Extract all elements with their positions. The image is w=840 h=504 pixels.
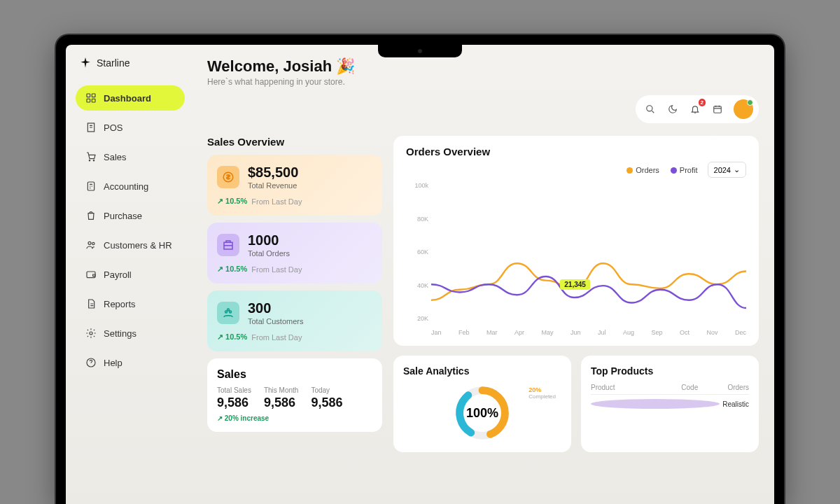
svg-point-19: [227, 309, 230, 311]
calendar-icon: [712, 104, 723, 115]
sales-card: Sales Total Sales9,586This Month9,586Tod…: [207, 358, 382, 432]
main: Welcome, Josiah 🎉 Here`s what happening …: [192, 45, 774, 504]
brand-star-icon: [80, 57, 91, 69]
donut-side-label: 20%Completed: [528, 386, 556, 400]
product-table-header: Product Code Orders: [591, 384, 749, 395]
sidebar-item-reports[interactable]: Reports: [76, 291, 185, 316]
top-products-title: Top Products: [591, 365, 749, 377]
stat-label: Total Revenue: [248, 181, 298, 190]
sales-col: Today9,586: [311, 386, 342, 410]
brand: Starline: [76, 57, 185, 69]
help-icon: [85, 357, 97, 368]
sidebar-item-label: Reports: [104, 299, 136, 309]
calendar-button[interactable]: [708, 100, 727, 118]
sidebar-item-payroll[interactable]: Payroll: [76, 262, 185, 287]
calc-icon: [85, 181, 97, 192]
svg-point-5: [89, 160, 90, 161]
svg-point-17: [225, 311, 227, 313]
svg-point-6: [93, 160, 94, 161]
top-products-card: Top Products Product Code Orders Realist…: [581, 356, 759, 452]
sidebar: Starline DashboardPOSSalesAccountingPurc…: [66, 45, 192, 504]
notifications-button[interactable]: 2: [686, 100, 704, 118]
chevron-down-icon: ⌄: [734, 165, 740, 174]
cart-icon: [85, 151, 97, 162]
sidebar-item-label: Customers & HR: [104, 240, 172, 251]
chart-x-axis: JanFebMarAprMayJunJulAugSepOctNovDec: [431, 329, 746, 336]
svg-rect-2: [87, 99, 90, 102]
svg-rect-14: [714, 106, 722, 113]
orders-line-chart: [431, 182, 746, 314]
sales-col: This Month9,586: [264, 386, 298, 410]
users-icon: [85, 239, 97, 251]
donut-center-label: 100%: [466, 406, 498, 421]
chart-legend: Orders Profit: [626, 166, 697, 174]
stat-card-total-revenue: $85,500Total Revenue↗ 10.5%From Last Day: [207, 155, 382, 216]
stat-value: 300: [248, 300, 303, 316]
stat-label: Total Customers: [248, 317, 303, 326]
gear-icon: [85, 328, 97, 339]
stat-card-total-customers: 300Total Customers↗ 10.5%From Last Day: [207, 290, 382, 351]
stat-label: Total Orders: [248, 249, 290, 258]
doc-icon: [85, 298, 97, 309]
sale-analytics-title: Sale Analytics: [403, 365, 561, 377]
sales-col: Total Sales9,586: [217, 386, 251, 410]
receipt-icon: [85, 122, 97, 133]
theme-toggle[interactable]: [664, 100, 682, 118]
svg-rect-7: [88, 182, 94, 190]
sidebar-item-pos[interactable]: POS: [76, 115, 185, 140]
svg-rect-1: [92, 94, 95, 97]
moon-icon: [667, 104, 678, 115]
header-toolbar: 2: [636, 95, 759, 123]
sales-overview-title: Sales Overview: [207, 136, 382, 148]
stat-icon: [217, 234, 239, 256]
sidebar-item-label: POS: [104, 122, 122, 133]
sidebar-item-label: Dashboard: [104, 93, 151, 104]
brand-name: Starline: [97, 57, 130, 69]
svg-point-11: [90, 332, 92, 335]
sidebar-item-label: Accounting: [104, 181, 148, 192]
stat-value: 1000: [248, 232, 290, 248]
stat-icon: [217, 302, 239, 324]
grid-icon: [85, 92, 97, 104]
search-icon: [645, 104, 656, 115]
sidebar-item-settings[interactable]: Settings: [76, 321, 185, 346]
avatar[interactable]: [734, 99, 753, 119]
sidebar-item-label: Help: [104, 358, 122, 368]
sidebar-item-accounting[interactable]: Accounting: [76, 174, 185, 199]
sidebar-item-purchase[interactable]: Purchase: [76, 203, 185, 228]
bag-icon: [85, 210, 97, 221]
orders-chart-card: Orders Overview Orders Profit 2024⌄ 100k…: [393, 136, 759, 346]
stat-note: From Last Day: [251, 333, 302, 342]
notif-badge: 2: [699, 99, 706, 106]
svg-point-18: [230, 311, 232, 313]
orders-chart-title: Orders Overview: [406, 146, 490, 158]
svg-rect-3: [92, 99, 95, 102]
sidebar-item-dashboard[interactable]: Dashboard: [76, 85, 185, 111]
sidebar-item-sales[interactable]: Sales: [76, 144, 185, 169]
stat-icon: [217, 166, 239, 188]
svg-point-13: [647, 106, 652, 111]
year-selector[interactable]: 2024⌄: [708, 162, 746, 178]
svg-rect-0: [87, 94, 90, 97]
chart-y-axis: 100k80K60K40K20K: [406, 182, 428, 322]
sidebar-item-help[interactable]: Help: [76, 350, 185, 375]
sales-title: Sales: [217, 368, 372, 381]
stat-delta: ↗ 10.5%: [217, 332, 247, 342]
page-subtitle: Here`s what happening in your store.: [207, 77, 355, 87]
svg-point-9: [92, 242, 94, 244]
page-title: Welcome, Josiah 🎉: [207, 57, 355, 76]
sales-increase: ↗ 20% increase: [217, 414, 372, 422]
sidebar-item-label: Settings: [104, 328, 136, 339]
stat-card-total-orders: 1000Total Orders↗ 10.5%From Last Day: [207, 223, 382, 284]
sidebar-item-label: Purchase: [104, 211, 142, 221]
table-row[interactable]: Realistic: [591, 399, 749, 409]
stat-note: From Last Day: [251, 197, 302, 206]
wallet-icon: [85, 269, 97, 280]
sale-analytics-card: Sale Analytics 100% 20%Completed: [393, 356, 571, 452]
search-button[interactable]: [641, 100, 659, 118]
chart-annotation: 21,345: [560, 279, 590, 290]
sidebar-item-label: Sales: [104, 152, 127, 162]
sidebar-item-customers-hr[interactable]: Customers & HR: [76, 232, 185, 258]
page-header: Welcome, Josiah 🎉 Here`s what happening …: [207, 57, 355, 87]
sidebar-item-label: Payroll: [104, 270, 132, 280]
